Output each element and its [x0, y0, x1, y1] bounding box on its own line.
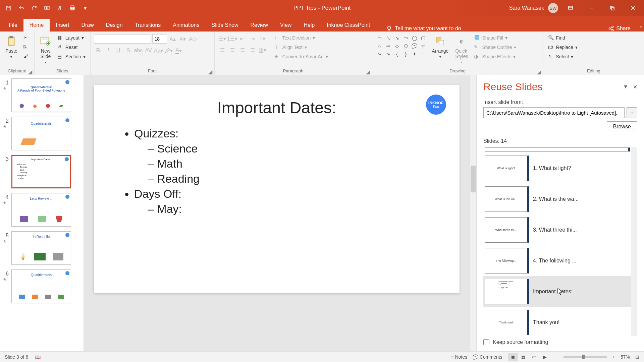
shape-arrowline-icon[interactable]: ↘	[393, 34, 401, 42]
format-painter-button[interactable]: 🖌	[22, 53, 31, 60]
thumbnail-2[interactable]: 2★ Quadrilaterals	[3, 117, 81, 150]
tab-view[interactable]: View	[274, 19, 298, 32]
tab-insert[interactable]: Insert	[50, 19, 75, 32]
spacing-button[interactable]: AV	[144, 46, 153, 55]
zoom-slider[interactable]	[564, 356, 607, 358]
zoom-out-button[interactable]: −	[555, 354, 558, 360]
shape-rightarrow-icon[interactable]: ⇨	[384, 42, 392, 50]
scrollbar-thumb[interactable]	[471, 166, 476, 192]
highlight-button[interactable]: 🖍▾	[164, 46, 173, 55]
slideshow-view-button[interactable]: ▶	[540, 353, 550, 361]
reuse-item-2[interactable]: What is the wa...2. What is the wa...	[483, 184, 631, 215]
browse-button[interactable]: Browse	[607, 121, 637, 132]
shapes-gallery[interactable]: ▭ ＼ ↘ ▭ ◯ ▢ △ ⇨ ◇ ⬡ 💬 ☆ ⤷ ∿ { } ✦ ⋯	[376, 34, 427, 58]
share-button[interactable]: Share	[608, 25, 631, 32]
paragraph-launcher-icon[interactable]: ◢	[366, 69, 371, 73]
bullets-button[interactable]: ☰▾	[218, 34, 227, 43]
align-center-button[interactable]: ☰	[228, 46, 237, 54]
keep-formatting-checkbox[interactable]: Keep source formatting	[483, 339, 637, 345]
reuse-item-3[interactable]: What three thi...3. What three thi...	[483, 215, 631, 245]
tab-animations[interactable]: Animations	[167, 19, 205, 32]
slide-thumbnail-panel[interactable]: 1★ Quadrilaterals:A Parade of Four-Sided…	[0, 75, 84, 351]
shape-roundrect-icon[interactable]: ▢	[419, 34, 427, 42]
shape-more-icon[interactable]: ⋯	[419, 50, 427, 58]
shape-callout-icon[interactable]: 💬	[411, 42, 419, 50]
spellcheck-icon[interactable]: 📖	[35, 354, 41, 360]
replace-button[interactable]: abReplace ▾	[547, 44, 579, 51]
shape-fill-button[interactable]: 🪣Shape Fill ▾	[473, 34, 518, 42]
slide-editor-area[interactable]: INKNOE Edu Important Dates: Quizzes: Sci…	[84, 75, 470, 351]
shape-hexagon-icon[interactable]: ⬡	[402, 42, 410, 50]
clear-format-icon[interactable]: A◇	[189, 35, 197, 43]
shadow-button[interactable]: S	[124, 46, 133, 55]
zoom-level[interactable]: 57%	[621, 354, 630, 360]
bold-button[interactable]: B	[94, 46, 103, 55]
drawing-launcher-icon[interactable]: ◢	[537, 69, 542, 73]
tab-transitions[interactable]: Transitions	[129, 19, 167, 32]
underline-button[interactable]: U	[114, 46, 123, 55]
grow-font-icon[interactable]: A▴	[168, 35, 177, 43]
reuse-item-5[interactable]: Important Dates:• Quizzes – ...• Days Of…	[483, 276, 631, 307]
shape-star4-icon[interactable]: ✦	[411, 50, 419, 58]
thumbnail-3[interactable]: 3 Important Dates:• Quizzes: – Science –…	[3, 155, 81, 188]
reset-button[interactable]: ↺Reset	[56, 44, 87, 51]
line-spacing-button[interactable]: ‡▾	[258, 34, 267, 43]
slide-canvas[interactable]: INKNOE Edu Important Dates: Quizzes: Sci…	[94, 85, 460, 293]
outdent-button[interactable]: ⇤	[238, 34, 247, 43]
reuse-item-4[interactable]: The following...4. The following ...	[483, 245, 631, 276]
columns-button[interactable]: ▥▾	[258, 46, 267, 54]
align-right-button[interactable]: ☰	[238, 46, 247, 54]
shape-effects-button[interactable]: ◑Shape Effects ▾	[473, 53, 518, 60]
slide-body[interactable]: Quizzes: Science Math Reading Days Off: …	[114, 127, 439, 216]
find-button[interactable]: 🔍Find	[547, 34, 579, 42]
quick-styles-button[interactable]: ◐ Quick Styles▾	[453, 34, 470, 65]
justify-button[interactable]: ☰	[248, 46, 257, 54]
zoom-handle[interactable]	[582, 355, 585, 359]
maximize-button[interactable]	[604, 1, 621, 15]
shape-diamond-icon[interactable]: ◇	[393, 42, 401, 50]
indent-button[interactable]: ⇥	[248, 34, 257, 43]
tab-inknoe[interactable]: Inknoe ClassPoint	[321, 19, 376, 32]
slide-indicator[interactable]: Slide 3 of 6	[5, 354, 28, 360]
numbering-button[interactable]: 1☰▾	[228, 34, 237, 43]
arrange-button[interactable]: Arrange▾	[430, 34, 451, 60]
shape-rect-icon[interactable]: ▭	[402, 34, 410, 42]
font-size-input[interactable]	[152, 34, 167, 44]
tab-draw[interactable]: Draw	[75, 19, 100, 32]
tell-me-search[interactable]: Tell me what you want to do	[386, 25, 461, 32]
zoom-in-button[interactable]: +	[612, 354, 615, 360]
reuse-item-1[interactable]: What is light?1. What is light?	[483, 153, 631, 184]
sorter-view-button[interactable]: ▦	[519, 353, 529, 361]
undo-icon[interactable]	[17, 4, 25, 12]
user-avatar[interactable]: SW	[548, 3, 558, 13]
tab-design[interactable]: Design	[100, 19, 129, 32]
clipboard-launcher-icon[interactable]: ◢	[28, 69, 33, 73]
select-button[interactable]: ↖Select ▾	[547, 53, 579, 60]
reuse-go-button[interactable]: →	[627, 107, 637, 118]
shape-brace-l-icon[interactable]: {	[393, 50, 401, 58]
thumbnail-5[interactable]: 5★ In Real Life🍦	[3, 231, 81, 265]
layout-button[interactable]: ▦Layout ▾	[56, 34, 87, 42]
font-color-button[interactable]: A▾	[174, 46, 183, 55]
strike-button[interactable]: abc	[134, 46, 143, 55]
shape-textbox-icon[interactable]: ▭	[376, 34, 384, 42]
tab-file[interactable]: File	[3, 19, 23, 32]
italic-button[interactable]: I	[104, 46, 113, 55]
present-icon[interactable]	[43, 4, 51, 12]
paste-button[interactable]: Paste▾	[3, 34, 19, 60]
tab-help[interactable]: Help	[298, 19, 321, 32]
redo-icon[interactable]	[30, 4, 38, 12]
shape-outline-button[interactable]: ✎Shape Outline ▾	[473, 44, 518, 51]
shape-connector-icon[interactable]: ⤷	[376, 50, 384, 58]
new-slide-button[interactable]: New Slide▾	[38, 34, 53, 65]
panel-menu-icon[interactable]: ▼	[623, 84, 628, 90]
reuse-path-input[interactable]	[483, 107, 625, 118]
ribbon-display-icon[interactable]	[562, 1, 579, 15]
smartart-button[interactable]: ◈Convert to SmartArt ▾	[273, 53, 330, 60]
tab-review[interactable]: Review	[245, 19, 274, 32]
align-left-button[interactable]: ☰	[218, 46, 227, 54]
shape-curve-icon[interactable]: ∿	[384, 50, 392, 58]
collapse-ribbon-icon[interactable]: ⌃	[637, 25, 644, 32]
minimize-button[interactable]	[583, 1, 600, 15]
copy-button[interactable]: ⎘	[22, 44, 31, 51]
